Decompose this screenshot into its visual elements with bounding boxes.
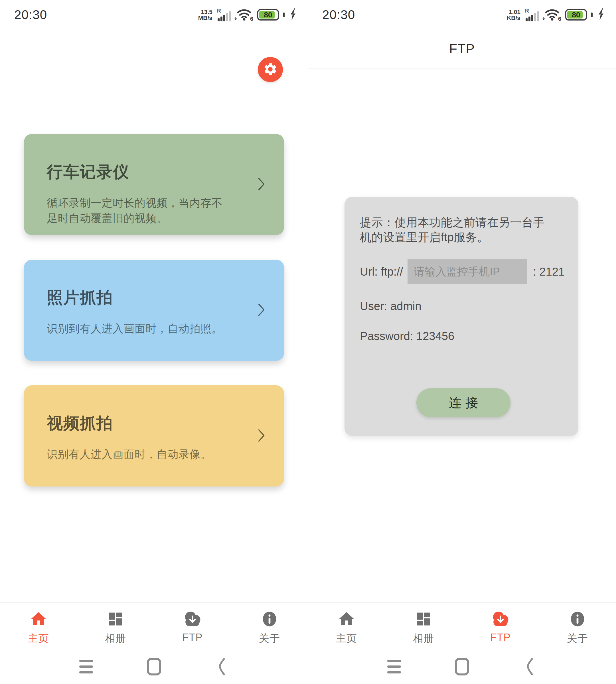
gallery-grid-icon xyxy=(415,609,432,629)
card-title: 视频抓拍 xyxy=(47,413,241,434)
page-title: FTP xyxy=(308,41,616,56)
menu-lines-icon xyxy=(79,660,93,674)
chevron-right-icon xyxy=(258,429,265,443)
ftp-screen: 20:30 1.01 KB/s R xyxy=(308,0,616,684)
bottom-tab-bar: 主页 相册 xyxy=(0,602,308,651)
tab-album[interactable]: 相册 xyxy=(77,602,154,651)
recents-button[interactable] xyxy=(386,657,402,676)
traffic-arrows-icon xyxy=(235,17,239,22)
header-divider xyxy=(308,68,616,68)
info-icon xyxy=(261,609,278,629)
speed-unit: MB/s xyxy=(198,15,213,21)
card-video-capture[interactable]: 视频抓拍 识别有人进入画面时，自动录像。 xyxy=(24,385,284,486)
roaming-indicator: R xyxy=(217,8,221,14)
info-icon xyxy=(569,609,586,629)
tab-label: 相册 xyxy=(105,632,126,645)
system-nav-bar xyxy=(308,651,616,682)
tab-label: 相册 xyxy=(413,632,434,645)
tab-label: 主页 xyxy=(336,632,357,645)
back-chevron-icon xyxy=(218,658,225,675)
battery-cap xyxy=(283,13,285,17)
back-button[interactable] xyxy=(522,657,538,676)
connect-button[interactable]: 连接 xyxy=(416,388,510,417)
gear-icon xyxy=(263,62,278,77)
cell-signal-icon: R xyxy=(218,8,231,21)
home-icon xyxy=(29,609,48,629)
feature-card-list: 行车记录仪 循环录制一定时长的视频，当内存不足时自动覆盖旧的视频。 照片抓拍 识… xyxy=(24,134,284,511)
tab-home[interactable]: 主页 xyxy=(0,602,77,651)
tab-about[interactable]: 关于 xyxy=(539,602,616,651)
card-description: 循环录制一定时长的视频，当内存不足时自动覆盖旧的视频。 xyxy=(47,196,224,226)
status-bar: 20:30 13.5 MB/s R xyxy=(0,0,308,30)
monitor-ip-input[interactable] xyxy=(408,259,527,284)
system-nav-bar xyxy=(0,651,308,682)
page-header: FTP xyxy=(308,0,616,68)
url-row: Url: ftp:// : 2121 xyxy=(360,259,567,284)
settings-button[interactable] xyxy=(258,57,283,82)
tab-ftp[interactable]: FTP xyxy=(462,602,539,651)
chevron-right-icon xyxy=(258,303,265,318)
card-description: 识别有人进入画面时，自动录像。 xyxy=(47,447,224,462)
ftp-tip-text: 提示：使用本功能之前请在另一台手机的设置里开启ftp服务。 xyxy=(360,215,550,245)
card-title: 照片抓拍 xyxy=(47,287,241,309)
home-screen: 20:30 13.5 MB/s R xyxy=(0,0,308,684)
home-icon xyxy=(337,609,356,629)
port-label: : 2121 xyxy=(533,265,565,278)
tab-album[interactable]: 相册 xyxy=(385,602,462,651)
tab-about[interactable]: 关于 xyxy=(231,602,308,651)
tab-home[interactable]: 主页 xyxy=(308,602,385,651)
back-button[interactable] xyxy=(214,657,230,676)
status-icons: 13.5 MB/s R xyxy=(198,8,296,22)
card-description: 识别到有人进入画面时，自动拍照。 xyxy=(47,321,224,337)
tab-label: 关于 xyxy=(567,632,588,645)
url-label: Url: ftp:// xyxy=(360,265,403,278)
clock: 20:30 xyxy=(14,8,47,22)
home-nav-button[interactable] xyxy=(146,657,162,676)
menu-lines-icon xyxy=(387,660,401,674)
battery-icon: 80 xyxy=(257,9,279,21)
back-chevron-icon xyxy=(526,658,533,675)
cloud-download-icon xyxy=(491,609,510,629)
card-dashcam[interactable]: 行车记录仪 循环录制一定时长的视频，当内存不足时自动覆盖旧的视频。 xyxy=(24,134,284,235)
ftp-connection-panel: 提示：使用本功能之前请在另一台手机的设置里开启ftp服务。 Url: ftp:/… xyxy=(345,197,578,436)
bottom-tab-bar: 主页 相册 xyxy=(308,602,616,651)
speed-value: 13.5 xyxy=(201,9,213,15)
tab-label: 主页 xyxy=(28,632,49,645)
network-speed: 13.5 MB/s xyxy=(198,9,213,21)
card-title: 行车记录仪 xyxy=(47,161,241,183)
tab-label: 关于 xyxy=(259,632,280,645)
charging-bolt-icon xyxy=(289,8,296,21)
wifi-icon: 6 xyxy=(236,8,252,22)
password-label: Password: 123456 xyxy=(360,330,567,343)
user-label: User: admin xyxy=(360,300,567,313)
home-square-icon xyxy=(147,658,161,676)
tab-label: FTP xyxy=(490,632,511,643)
dual-screenshot-canvas: 20:30 13.5 MB/s R xyxy=(0,0,616,684)
home-square-icon xyxy=(455,658,469,676)
gallery-grid-icon xyxy=(107,609,124,629)
home-nav-button[interactable] xyxy=(454,657,470,676)
cloud-download-icon xyxy=(183,609,202,629)
chevron-right-icon xyxy=(258,178,265,192)
card-photo-capture[interactable]: 照片抓拍 识别到有人进入画面时，自动拍照。 xyxy=(24,260,284,361)
recents-button[interactable] xyxy=(78,657,94,676)
battery-percent: 80 xyxy=(258,10,278,19)
tab-ftp[interactable]: FTP xyxy=(154,602,231,651)
tab-label: FTP xyxy=(182,632,203,643)
wifi6-badge: 6 xyxy=(250,16,253,22)
